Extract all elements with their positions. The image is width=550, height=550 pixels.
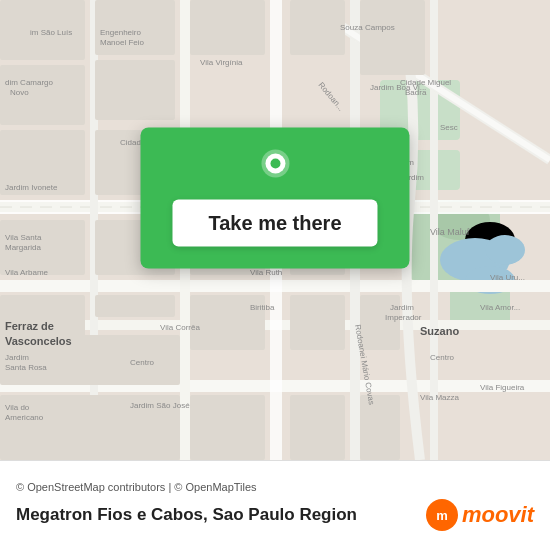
svg-text:Suzano: Suzano (420, 325, 459, 337)
svg-text:Vila Arbame: Vila Arbame (5, 268, 49, 277)
svg-text:im São Luís: im São Luís (30, 28, 72, 37)
svg-rect-27 (95, 60, 175, 120)
green-card: Take me there (140, 127, 409, 268)
location-pin-icon (253, 145, 297, 189)
svg-text:Jardim: Jardim (390, 303, 414, 312)
moovit-brand-text: moovit (462, 502, 534, 528)
svg-text:m: m (436, 508, 448, 523)
svg-text:Vila Ruth: Vila Ruth (250, 268, 282, 277)
location-info-row: Megatron Fios e Cabos, Sao Paulo Region … (16, 499, 534, 531)
svg-text:Ferraz de: Ferraz de (5, 320, 54, 332)
take-me-there-button[interactable]: Take me there (172, 199, 377, 246)
svg-text:Manoel Feio: Manoel Feio (100, 38, 145, 47)
map-attribution: © OpenStreetMap contributors | © OpenMap… (16, 481, 534, 493)
svg-rect-41 (190, 395, 265, 460)
svg-text:Biritiba: Biritiba (250, 303, 275, 312)
moovit-logo: m moovit (426, 499, 534, 531)
svg-point-8 (485, 235, 525, 265)
svg-text:Vila Mazza: Vila Mazza (420, 393, 460, 402)
svg-text:Vila Figueira: Vila Figueira (480, 383, 525, 392)
svg-rect-37 (360, 0, 425, 75)
svg-text:Americano: Americano (5, 413, 44, 422)
svg-text:Jardim Boa Vi...: Jardim Boa Vi... (370, 83, 426, 92)
button-overlay: Take me there (140, 127, 409, 268)
svg-text:Jardim: Jardim (5, 353, 29, 362)
map-container: im São Luís Engenheiro Manoel Feio Souza… (0, 0, 550, 460)
bottom-bar: © OpenStreetMap contributors | © OpenMap… (0, 460, 550, 550)
svg-text:Vila Corrêa: Vila Corrêa (160, 323, 200, 332)
svg-text:Vila Amor...: Vila Amor... (480, 303, 520, 312)
svg-text:Vila Uru...: Vila Uru... (490, 273, 525, 282)
svg-text:Vila Virgínia: Vila Virgínia (200, 58, 243, 67)
svg-text:Engenheiro: Engenheiro (100, 28, 141, 37)
svg-text:Jardim São José: Jardim São José (130, 401, 190, 410)
svg-text:Vila Maluf: Vila Maluf (430, 227, 470, 237)
svg-text:Imperador: Imperador (385, 313, 422, 322)
svg-text:Vasconcelos: Vasconcelos (5, 335, 72, 347)
svg-text:Santa Rosa: Santa Rosa (5, 363, 47, 372)
svg-text:Vila do: Vila do (5, 403, 30, 412)
svg-rect-32 (95, 295, 175, 317)
svg-rect-35 (290, 0, 345, 55)
svg-text:dim Camargo: dim Camargo (5, 78, 54, 87)
svg-text:Centro: Centro (130, 358, 155, 367)
svg-text:Novo: Novo (10, 88, 29, 97)
svg-text:Jardim Ivonete: Jardim Ivonete (5, 183, 58, 192)
svg-text:Sesc: Sesc (440, 123, 458, 132)
svg-rect-43 (290, 395, 345, 460)
svg-point-91 (270, 158, 280, 168)
svg-text:Souza Campos: Souza Campos (340, 23, 395, 32)
moovit-icon: m (426, 499, 458, 531)
location-name-text: Megatron Fios e Cabos, Sao Paulo Region (16, 505, 357, 525)
svg-rect-33 (190, 0, 265, 55)
svg-text:Vila Santa: Vila Santa (5, 233, 42, 242)
svg-rect-42 (290, 295, 345, 350)
svg-text:Centro: Centro (430, 353, 455, 362)
svg-rect-45 (360, 395, 400, 460)
svg-text:Margarida: Margarida (5, 243, 42, 252)
